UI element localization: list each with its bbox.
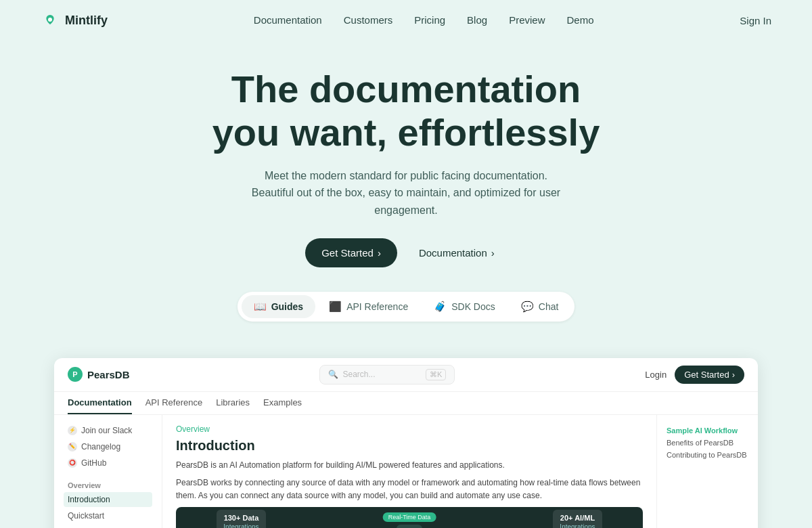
sidebar-link-introduction[interactable]: Introduction xyxy=(64,492,152,507)
hero-buttons: Get Started › Documentation › xyxy=(14,238,798,267)
svg-point-1 xyxy=(48,18,52,22)
nav-pricing[interactable]: Pricing xyxy=(414,14,445,26)
search-placeholder-text: Search... xyxy=(342,370,375,379)
slack-icon: ⚡ xyxy=(68,426,77,435)
github-icon: ⭕ xyxy=(68,458,77,468)
preview-overline: Overview xyxy=(176,424,643,434)
sidebar-quick-links: ⚡ Join our Slack ✏️ Changelog ⭕ GitHub xyxy=(64,423,152,470)
tabs-bar: 📖 Guides ⬛ API Reference 🧳 SDK Docs 💬 Ch… xyxy=(14,292,798,322)
nav-customers[interactable]: Customers xyxy=(344,14,393,26)
preview-toc: Sample AI Workflow Benefits of PearsDB C… xyxy=(656,415,758,528)
search-icon: 🔍 xyxy=(328,370,338,379)
preview-brand-name: PearsDB xyxy=(87,369,130,380)
nav-links: Documentation Customers Pricing Blog Pre… xyxy=(254,14,594,26)
sidebar-link-quickstart[interactable]: Quickstart xyxy=(64,508,152,523)
tab-chat[interactable]: 💬 Chat xyxy=(509,295,571,318)
preview-nav-api-reference[interactable]: API Reference xyxy=(145,397,203,414)
sidebar-link-github[interactable]: ⭕ GitHub xyxy=(64,456,152,470)
preview-body-2: PearsDB works by connecting any source o… xyxy=(176,477,643,502)
tabs-container: 📖 Guides ⬛ API Reference 🧳 SDK Docs 💬 Ch… xyxy=(238,292,575,322)
toc-item-benefits[interactable]: Benefits of PearsDB xyxy=(667,437,748,449)
hero-headline: The documentation you want, effortlessly xyxy=(169,68,643,155)
preview-search[interactable]: 🔍 Search... ⌘K xyxy=(319,365,455,384)
data-integrations-box: 130+ Data Integrations 🗄️ xyxy=(217,510,265,528)
toc-item-contributing[interactable]: Contributing to PearsDB xyxy=(667,449,748,461)
preview-diagram: Real-Time Data 130+ Data Integrations 🗄️… xyxy=(176,507,643,528)
preview-get-started-button[interactable]: Get Started › xyxy=(675,366,744,384)
sidebar-link-slack[interactable]: ⚡ Join our Slack xyxy=(64,423,152,438)
book-icon: 📖 xyxy=(254,301,267,313)
navbar: Mintlify Documentation Customers Pricing… xyxy=(0,0,812,41)
preview-brand-icon: P xyxy=(68,367,83,382)
toc-item-sample[interactable]: Sample AI Workflow xyxy=(667,424,748,437)
preview-brand: P PearsDB xyxy=(68,367,130,382)
preview-body-1: PearsDB is an AI Automation platform for… xyxy=(176,459,643,472)
hero-subtext: Meet the modern standard for public faci… xyxy=(244,167,568,219)
preview-actions: Login Get Started › xyxy=(645,366,744,384)
logo-icon xyxy=(41,11,60,30)
tab-sdk-docs[interactable]: 🧳 SDK Docs xyxy=(422,295,508,318)
api-icon: ⬛ xyxy=(329,301,342,313)
changelog-icon: ✏️ xyxy=(68,442,77,452)
logo[interactable]: Mintlify xyxy=(41,11,108,30)
tab-api-reference[interactable]: ⬛ API Reference xyxy=(317,295,420,318)
logo-text: Mintlify xyxy=(65,14,108,28)
preview-sidebar: ⚡ Join our Slack ✏️ Changelog ⭕ GitHub O… xyxy=(54,415,162,528)
nav-preview[interactable]: Preview xyxy=(509,14,545,26)
arrow-icon-secondary: › xyxy=(491,247,495,259)
overview-links: Introduction Quickstart Concepts › Learn… xyxy=(64,492,152,528)
preview-content: ⚡ Join our Slack ✏️ Changelog ⭕ GitHub O… xyxy=(54,415,758,528)
overview-section-title: Overview xyxy=(64,477,152,492)
ai-box: Ai xyxy=(397,525,422,528)
get-started-button[interactable]: Get Started › xyxy=(305,238,397,267)
search-shortcut: ⌘K xyxy=(426,369,446,380)
nav-documentation[interactable]: Documentation xyxy=(254,14,322,26)
preview-nav-documentation[interactable]: Documentation xyxy=(68,397,132,414)
nav-demo[interactable]: Demo xyxy=(566,14,593,26)
chat-icon: 💬 xyxy=(521,301,534,313)
sign-in-link[interactable]: Sign In xyxy=(740,15,771,26)
preview-main-title: Introduction xyxy=(176,438,643,454)
preview-nav: Documentation API Reference Libraries Ex… xyxy=(54,392,758,415)
preview-main: Overview Introduction PearsDB is an AI A… xyxy=(162,415,656,528)
preview-nav-examples[interactable]: Examples xyxy=(263,397,302,414)
nav-blog[interactable]: Blog xyxy=(467,14,487,26)
tab-guides[interactable]: 📖 Guides xyxy=(242,295,315,318)
preview-topbar: P PearsDB 🔍 Search... ⌘K Login Get Start… xyxy=(54,358,758,392)
hero-section: The documentation you want, effortlessly… xyxy=(0,41,812,358)
real-time-badge: Real-Time Data xyxy=(383,512,436,522)
arrow-icon: › xyxy=(378,247,381,259)
sidebar-link-changelog[interactable]: ✏️ Changelog xyxy=(64,439,152,454)
preview-nav-libraries[interactable]: Libraries xyxy=(216,397,250,414)
documentation-button[interactable]: Documentation › xyxy=(407,238,507,267)
arrow-icon: › xyxy=(732,370,735,380)
aiml-integrations-box: 20+ AI/ML Integrations ⚙️ xyxy=(553,510,602,528)
preview-login[interactable]: Login xyxy=(645,370,667,380)
sdk-icon: 🧳 xyxy=(434,301,447,313)
sidebar-link-concepts[interactable]: Concepts › xyxy=(64,525,152,528)
preview-window: P PearsDB 🔍 Search... ⌘K Login Get Start… xyxy=(54,358,758,528)
